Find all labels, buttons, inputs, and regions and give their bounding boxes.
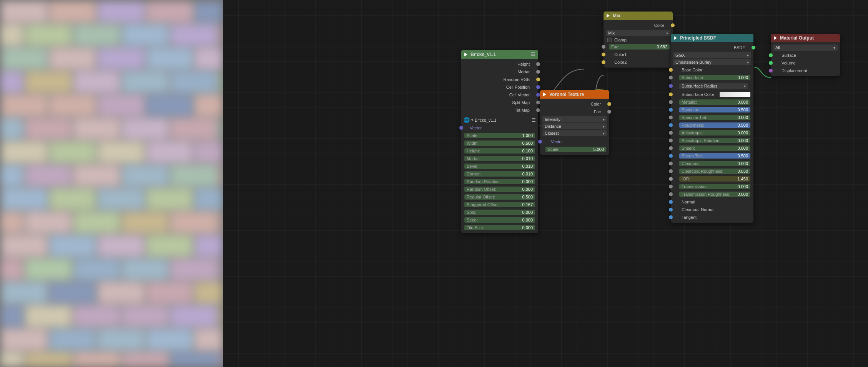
- subsurface-color-swatch[interactable]: [720, 92, 750, 97]
- mortar-row[interactable]: Mortar: 0.010: [461, 155, 538, 162]
- voronoi-vector-socket[interactable]: [538, 140, 542, 144]
- base-color-socket[interactable]: [669, 68, 673, 72]
- split-map-socket[interactable]: [536, 101, 540, 104]
- roughness-socket[interactable]: [669, 123, 673, 127]
- output-node-header[interactable]: Material Output: [771, 34, 840, 42]
- sheen-tint-socket[interactable]: [669, 154, 673, 158]
- vector-socket-left[interactable]: [459, 126, 463, 130]
- random-offset-row[interactable]: Random Offset: 0.000: [461, 185, 538, 193]
- specular-row[interactable]: Specular: 0.500: [671, 106, 753, 114]
- voronoi-node-header[interactable]: Voronoi Texture: [540, 90, 609, 99]
- height-row[interactable]: Height: 0.100: [461, 147, 538, 155]
- roughness-row[interactable]: Roughness: 0.500: [671, 121, 753, 129]
- bsdf-christensen-arrow: ▾: [747, 60, 749, 64]
- voronoi-collapse-icon[interactable]: [543, 93, 546, 96]
- transmission-roughness-row[interactable]: Transmission Roughness: 0.000: [671, 190, 753, 198]
- corner-row[interactable]: Corner: 0.010: [461, 170, 538, 178]
- subsurface-radius-socket[interactable]: [669, 84, 673, 88]
- random-rotation-value: 0.000: [515, 179, 533, 184]
- regular-offset-row[interactable]: Regular Offset: 0.500: [461, 193, 538, 201]
- tile-size-row[interactable]: Tile-Size: 0.000: [461, 224, 538, 231]
- brcks-menu-icon[interactable]: ☰: [530, 51, 535, 57]
- random-rotation-row[interactable]: Random Rotation: 0.000: [461, 178, 538, 185]
- clearcoat-roughness-socket[interactable]: [669, 169, 673, 173]
- cell-vec-socket[interactable]: [536, 93, 540, 97]
- ior-row[interactable]: IOR: 1.450: [671, 175, 753, 183]
- metallic-socket[interactable]: [669, 100, 673, 104]
- volume-socket[interactable]: [769, 61, 773, 65]
- staggered-offset-row[interactable]: Staggered Offset: 0.167: [461, 201, 538, 208]
- anisotropic-rotation-socket[interactable]: [669, 139, 673, 142]
- seed-value: 0.000: [515, 218, 533, 222]
- clamp-checkbox[interactable]: [607, 38, 612, 42]
- voronoi-distance-dropdown[interactable]: Distance ▾: [542, 123, 607, 129]
- height-socket[interactable]: [536, 62, 540, 66]
- scale-row[interactable]: Scale: 1.000: [461, 132, 538, 139]
- sheen-tint-row[interactable]: Sheen Tint: 0.500: [671, 152, 753, 160]
- fac-socket[interactable]: [602, 45, 605, 49]
- seed-row[interactable]: Seed: 0.000: [461, 216, 538, 224]
- transmission-row[interactable]: Transmission: 0.000: [671, 183, 753, 190]
- clearcoat-normal-socket[interactable]: [669, 208, 673, 212]
- specular-tint-socket[interactable]: [669, 116, 673, 119]
- mix-node-header[interactable]: Mix: [604, 12, 673, 20]
- subsurface-color-socket[interactable]: [669, 93, 673, 96]
- anisotropic-row[interactable]: Anisotropic: 0.000: [671, 129, 753, 137]
- color2-socket[interactable]: [602, 60, 605, 64]
- voronoi-fac-socket[interactable]: [607, 110, 611, 114]
- sheen-tint-label: Sheen Tint:: [682, 154, 731, 158]
- brcks-collapse-icon[interactable]: [464, 53, 467, 56]
- bsdf-dropdown2[interactable]: Christensen-Burley ▾: [673, 59, 751, 65]
- brcks-node-header[interactable]: Br'cks_v1.1 ☰: [461, 50, 538, 59]
- clearcoat-row[interactable]: Clearcoat: 0.000: [671, 160, 753, 167]
- split-value: 0.000: [515, 210, 533, 215]
- voronoi-color-socket[interactable]: [607, 102, 611, 106]
- mix-output-socket[interactable]: [671, 23, 675, 27]
- width-row[interactable]: Width: 0.500: [461, 139, 538, 147]
- clearcoat-socket[interactable]: [669, 162, 673, 165]
- subnode-menu-icon[interactable]: ☰: [532, 117, 536, 123]
- specular-tint-row[interactable]: Specular Tint: 0.000: [671, 114, 753, 121]
- bsdf-node-header[interactable]: Principled BSDF: [671, 34, 753, 42]
- voronoi-intensity-dropdown[interactable]: Intensity ▾: [542, 116, 607, 122]
- split-row[interactable]: Split: 0.000: [461, 208, 538, 216]
- color1-socket[interactable]: [602, 53, 605, 56]
- node-editor[interactable]: Br'cks_v1.1 ☰ Height Mortar Random RGB C…: [223, 0, 868, 367]
- sheen-row[interactable]: Sheen: 0.000: [671, 144, 753, 152]
- sheen-socket[interactable]: [669, 146, 673, 150]
- surface-socket[interactable]: [769, 53, 773, 57]
- clearcoat-roughness-row[interactable]: Clearcoat Roughness: 0.030: [671, 167, 753, 175]
- fac-row[interactable]: Fac: 0.682: [604, 43, 673, 51]
- bsdf-collapse-icon[interactable]: [674, 36, 677, 40]
- tangent-row: Tangent: [671, 213, 753, 221]
- subsurface-socket[interactable]: [669, 76, 673, 79]
- bsdf-output-socket[interactable]: [752, 46, 755, 50]
- bevel-row[interactable]: Bevel: 0.010: [461, 162, 538, 170]
- normal-socket[interactable]: [669, 200, 673, 204]
- voronoi-scale-row[interactable]: Scale: 5.000: [540, 145, 609, 153]
- bsdf-dropdown1[interactable]: GGX ▾: [673, 52, 751, 58]
- mix-type-dropdown[interactable]: Mix ▾: [606, 30, 670, 36]
- tilt-map-socket[interactable]: [536, 108, 540, 112]
- output-collapse-icon[interactable]: [774, 36, 777, 40]
- transmission-socket[interactable]: [669, 185, 673, 188]
- subsurface-color-row: Subsurface Color: [671, 91, 753, 98]
- tangent-socket[interactable]: [669, 215, 673, 219]
- cell-pos-socket[interactable]: [536, 85, 540, 89]
- height-field-label: Height:: [467, 149, 515, 153]
- displacement-socket[interactable]: [769, 69, 773, 73]
- anisotropic-rotation-row[interactable]: Anisotropic Rotation: 0.000: [671, 137, 753, 144]
- voronoi-closest-dropdown[interactable]: Closest ▾: [542, 130, 607, 136]
- metallic-row[interactable]: Metallic: 0.000: [671, 98, 753, 106]
- ior-socket[interactable]: [669, 177, 673, 181]
- mix-title: Mix: [613, 13, 620, 18]
- anisotropic-socket[interactable]: [669, 131, 673, 135]
- transmission-roughness-socket[interactable]: [669, 192, 673, 196]
- subsurface-row[interactable]: Subsurface: 0.000: [671, 74, 753, 81]
- mix-collapse-icon[interactable]: [607, 14, 610, 18]
- mortar-socket[interactable]: [536, 70, 540, 74]
- output-all-dropdown[interactable]: All ▾: [773, 45, 838, 51]
- subnode-dropdown-arrow[interactable]: ▾: [471, 118, 473, 122]
- specular-socket[interactable]: [669, 108, 673, 112]
- random-rgb-socket[interactable]: [536, 78, 540, 81]
